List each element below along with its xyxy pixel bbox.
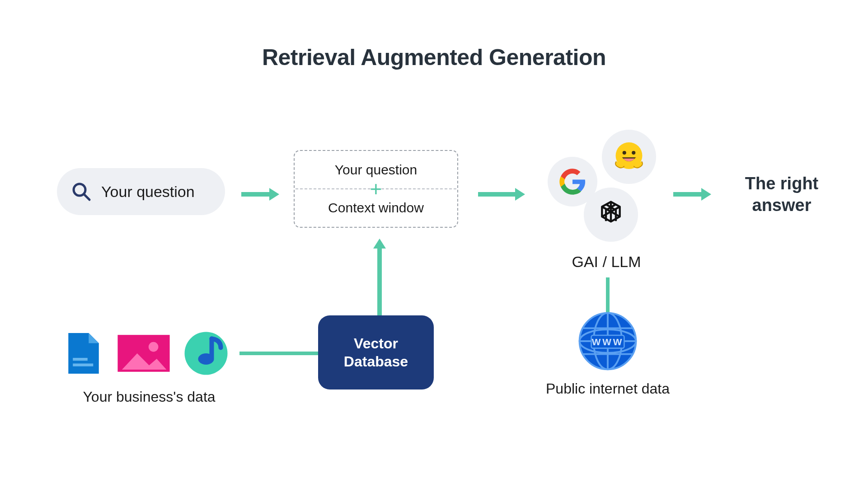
- business-data-label: Your business's data: [63, 388, 235, 407]
- vector-database-label: Vector Database: [344, 334, 408, 371]
- music-icon: [183, 331, 229, 378]
- document-icon: [63, 331, 104, 378]
- business-data-row: [63, 331, 229, 378]
- connector-bizdata-vectordb: [239, 352, 318, 355]
- vector-database-box: Vector Database: [318, 315, 434, 389]
- llm-cluster: [548, 138, 665, 242]
- svg-rect-6: [73, 364, 93, 366]
- arrow-question-to-context: [241, 188, 279, 201]
- globe-icon: WWW: [578, 312, 637, 371]
- www-text: WWW: [592, 337, 624, 347]
- answer-text: The right answer: [723, 173, 840, 216]
- public-internet-label: Public internet data: [542, 380, 673, 399]
- svg-rect-5: [73, 358, 88, 361]
- image-icon: [117, 331, 171, 378]
- svg-point-4: [632, 151, 635, 155]
- llm-label: GAI / LLM: [548, 253, 665, 271]
- question-pill: Your question: [57, 168, 225, 215]
- svg-point-8: [149, 342, 159, 352]
- search-icon: [70, 181, 92, 202]
- svg-line-1: [84, 194, 89, 200]
- svg-point-3: [623, 151, 626, 155]
- plus-icon: +: [370, 178, 382, 199]
- connector-llm-globe: [606, 277, 610, 314]
- huggingface-logo-icon: [602, 130, 656, 184]
- arrow-vectordb-to-context: [373, 239, 386, 315]
- openai-logo-icon: [584, 188, 638, 242]
- arrow-context-to-llm: [478, 188, 525, 201]
- question-pill-label: Your question: [101, 183, 195, 201]
- svg-point-10: [198, 353, 214, 365]
- arrow-llm-to-answer: [673, 188, 711, 201]
- diagram-title: Retrieval Augmented Generation: [0, 44, 868, 70]
- context-window-box: Your question Context window +: [294, 150, 458, 228]
